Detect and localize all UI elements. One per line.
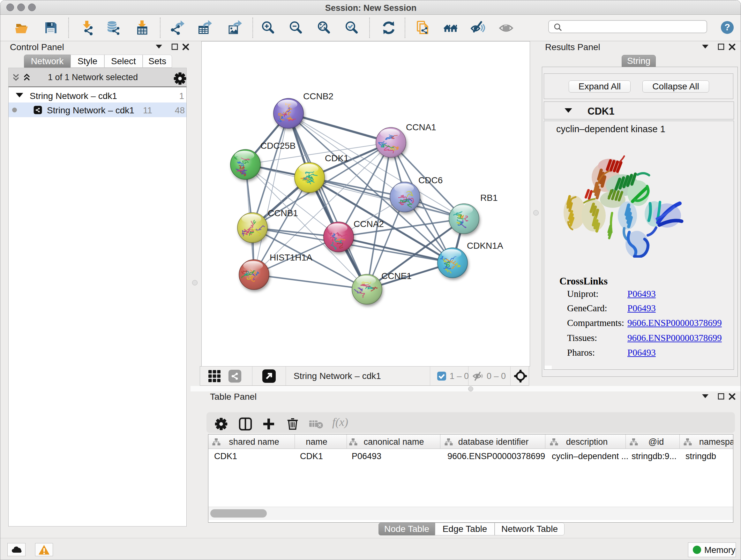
svg-text:RB1: RB1 (480, 193, 497, 203)
svg-text:CDKN1A: CDKN1A (467, 241, 503, 251)
svg-text:CCNA1: CCNA1 (406, 122, 436, 132)
svg-text:HIST1H1A: HIST1H1A (270, 253, 313, 262)
svg-text:CCNB2: CCNB2 (303, 91, 333, 101)
svg-text:CCNB1: CCNB1 (268, 208, 298, 218)
svg-text:CCNA2: CCNA2 (354, 219, 384, 229)
svg-text:CDK1: CDK1 (325, 153, 349, 163)
svg-text:CCNE1: CCNE1 (381, 271, 412, 281)
svg-text:CDC6: CDC6 (418, 175, 443, 185)
svg-text:CDC25B: CDC25B (260, 141, 295, 151)
svg-text:?: ? (724, 22, 730, 32)
